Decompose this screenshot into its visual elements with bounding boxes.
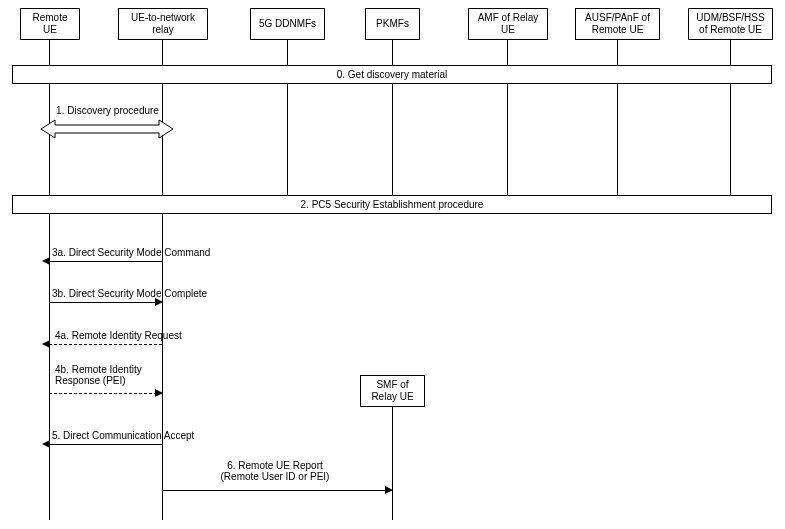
participant-ausf: AUSF/PAnF of Remote UE: [575, 8, 660, 40]
double-arrow-icon: [41, 118, 173, 140]
participant-remote-ue: Remote UE: [20, 8, 80, 40]
participant-pkmfs: PKMFs: [365, 8, 420, 40]
participant-label: AUSF/PAnF of Remote UE: [585, 12, 650, 36]
participant-label: 5G DDNMFs: [259, 18, 316, 30]
arrow-head-6: [385, 486, 393, 494]
participant-smf: SMF of Relay UE: [360, 375, 425, 407]
arrow-4a: [49, 344, 162, 345]
step-text: 3a. Direct Security Mode Command: [52, 247, 210, 258]
arrow-4b: [49, 393, 162, 394]
participant-label: PKMFs: [376, 18, 409, 30]
step-label: 0. Get discovery material: [337, 69, 448, 80]
step-text: 4a. Remote Identity Request: [55, 330, 182, 341]
arrow-head-4b: [155, 389, 163, 397]
step-text: 6. Remote UE Report (Remote User ID or P…: [221, 460, 330, 482]
arrow-6: [162, 490, 392, 491]
step-1-label: 1. Discovery procedure: [50, 105, 165, 116]
step-0-bar: 0. Get discovery material: [12, 65, 772, 84]
arrow-3b: [49, 302, 162, 303]
participant-ddnmfs: 5G DDNMFs: [250, 8, 325, 40]
participant-label: SMF of Relay UE: [371, 379, 413, 403]
participant-label: AMF of Relay UE: [478, 12, 539, 36]
step-text: 4b. Remote Identity Response (PEI): [55, 364, 142, 386]
step-4a-label: 4a. Remote Identity Request: [55, 330, 215, 341]
step-text: 3b. Direct Security Mode Complete: [52, 288, 207, 299]
arrow-head-3b: [155, 298, 163, 306]
step-label: 2. PC5 Security Establishment procedure: [301, 199, 484, 210]
lifeline-smf: [392, 407, 393, 520]
svg-marker-0: [41, 120, 173, 138]
step-2-bar: 2. PC5 Security Establishment procedure: [12, 195, 772, 214]
participant-label: UDM/BSF/HSS of Remote UE: [696, 12, 764, 36]
step-text: 5. Direct Communication Accept: [52, 430, 194, 441]
step-3b-label: 3b. Direct Security Mode Complete: [52, 288, 212, 299]
step-text: 1. Discovery procedure: [56, 105, 159, 116]
step-5-label: 5. Direct Communication Accept: [52, 430, 212, 441]
step-6-label: 6. Remote UE Report (Remote User ID or P…: [180, 460, 370, 482]
arrow-head-3a: [42, 257, 50, 265]
participant-label: Remote UE: [32, 12, 67, 36]
participant-udm: UDM/BSF/HSS of Remote UE: [688, 8, 773, 40]
arrow-head-5: [42, 440, 50, 448]
arrow-3a: [49, 261, 162, 262]
participant-label: UE-to-network relay: [131, 12, 195, 36]
step-4b-label: 4b. Remote Identity Response (PEI): [55, 364, 165, 386]
arrow-5: [49, 444, 162, 445]
participant-relay: UE-to-network relay: [118, 8, 208, 40]
participant-amf: AMF of Relay UE: [468, 8, 548, 40]
step-3a-label: 3a. Direct Security Mode Command: [52, 247, 212, 258]
arrow-head-4a: [42, 340, 50, 348]
